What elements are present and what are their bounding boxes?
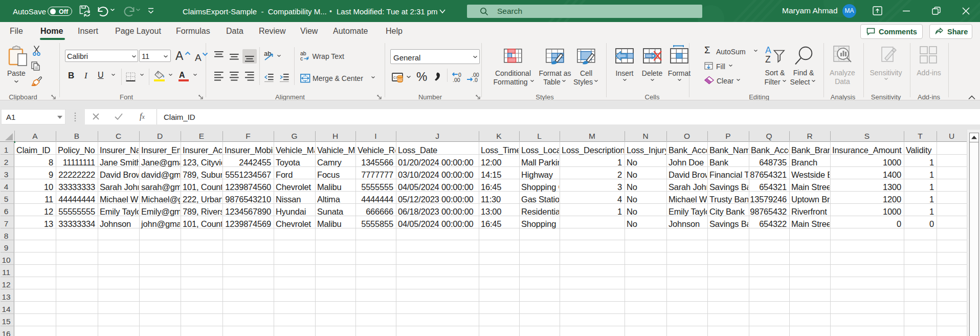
svg-text:.0: .0 [473,77,478,82]
svg-text:.00: .00 [453,77,460,82]
svg-text:Z: Z [765,54,771,64]
svg-text:c: c [300,55,303,61]
